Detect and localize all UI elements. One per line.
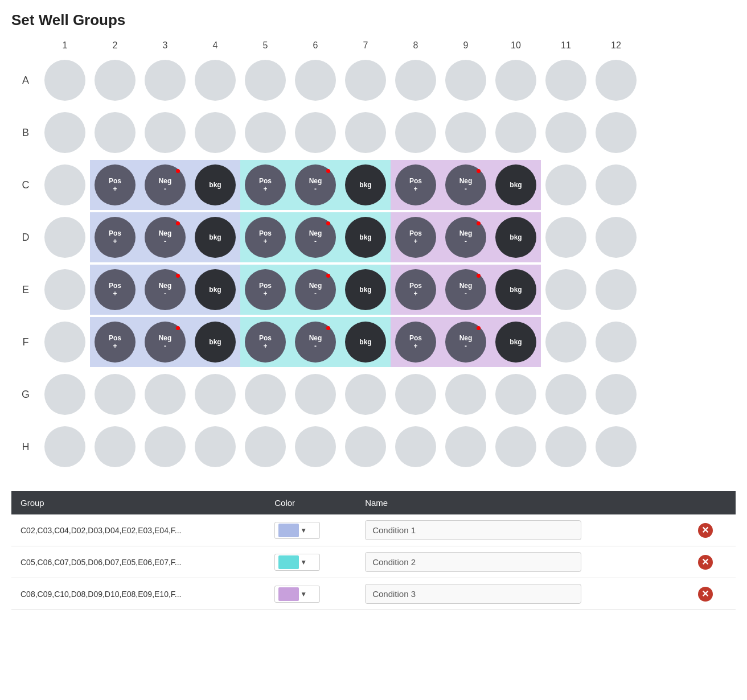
well-H07[interactable] [340,422,391,472]
well-D06[interactable]: Neg- [290,212,340,262]
well-E12[interactable] [591,265,641,315]
well-F05[interactable]: Pos+ [240,317,290,367]
well-H04[interactable] [190,422,240,472]
well-E11[interactable] [541,265,591,315]
well-E02[interactable]: Pos+ [90,265,140,315]
color-dropdown-3[interactable]: ▼ [274,586,320,603]
well-B04[interactable] [190,108,240,158]
well-A05[interactable] [240,55,290,105]
well-B08[interactable] [391,108,441,158]
well-E04[interactable]: bkg [190,265,240,315]
well-F12[interactable] [591,317,641,367]
well-F01[interactable] [40,317,90,367]
well-B06[interactable] [290,108,340,158]
well-G03[interactable] [140,369,190,419]
well-A04[interactable] [190,55,240,105]
well-F02[interactable]: Pos+ [90,317,140,367]
well-F04[interactable]: bkg [190,317,240,367]
well-C12[interactable] [591,160,641,210]
well-B01[interactable] [40,108,90,158]
well-A01[interactable] [40,55,90,105]
well-B10[interactable] [491,108,541,158]
well-A11[interactable] [541,55,591,105]
well-E07[interactable]: bkg [340,265,391,315]
well-D02[interactable]: Pos+ [90,212,140,262]
well-B03[interactable] [140,108,190,158]
well-G01[interactable] [40,369,90,419]
remove-button-1[interactable]: ✕ [698,523,713,538]
well-A12[interactable] [591,55,641,105]
well-G02[interactable] [90,369,140,419]
well-C10[interactable]: bkg [491,160,541,210]
well-C11[interactable] [541,160,591,210]
well-C03[interactable]: Neg- [140,160,190,210]
well-G05[interactable] [240,369,290,419]
well-A07[interactable] [340,55,391,105]
well-D11[interactable] [541,212,591,262]
well-G07[interactable] [340,369,391,419]
well-G04[interactable] [190,369,240,419]
well-D09[interactable]: Neg- [441,212,491,262]
name-input-2[interactable] [365,552,581,572]
well-E10[interactable]: bkg [491,265,541,315]
well-E09[interactable]: Neg- [441,265,491,315]
color-dropdown-1[interactable]: ▼ [274,522,320,539]
well-H09[interactable] [441,422,491,472]
well-C09[interactable]: Neg- [441,160,491,210]
well-C06[interactable]: Neg- [290,160,340,210]
well-C02[interactable]: Pos+ [90,160,140,210]
well-H03[interactable] [140,422,190,472]
well-B02[interactable] [90,108,140,158]
well-A02[interactable] [90,55,140,105]
well-H06[interactable] [290,422,340,472]
well-G06[interactable] [290,369,340,419]
well-H11[interactable] [541,422,591,472]
well-D03[interactable]: Neg- [140,212,190,262]
well-H12[interactable] [591,422,641,472]
well-F08[interactable]: Pos+ [391,317,441,367]
well-G11[interactable] [541,369,591,419]
remove-button-2[interactable]: ✕ [698,555,713,570]
remove-button-3[interactable]: ✕ [698,587,713,602]
well-C01[interactable] [40,160,90,210]
well-G10[interactable] [491,369,541,419]
well-F11[interactable] [541,317,591,367]
well-F03[interactable]: Neg- [140,317,190,367]
well-C08[interactable]: Pos+ [391,160,441,210]
well-G08[interactable] [391,369,441,419]
well-D10[interactable]: bkg [491,212,541,262]
well-H02[interactable] [90,422,140,472]
well-C07[interactable]: bkg [340,160,391,210]
name-input-3[interactable] [365,584,581,604]
well-E06[interactable]: Neg- [290,265,340,315]
well-D12[interactable] [591,212,641,262]
well-A03[interactable] [140,55,190,105]
well-A06[interactable] [290,55,340,105]
well-B09[interactable] [441,108,491,158]
well-G12[interactable] [591,369,641,419]
well-B05[interactable] [240,108,290,158]
well-A08[interactable] [391,55,441,105]
well-A10[interactable] [491,55,541,105]
well-F09[interactable]: Neg- [441,317,491,367]
well-F10[interactable]: bkg [491,317,541,367]
well-H05[interactable] [240,422,290,472]
well-B07[interactable] [340,108,391,158]
well-E03[interactable]: Neg- [140,265,190,315]
well-F07[interactable]: bkg [340,317,391,367]
well-A09[interactable] [441,55,491,105]
well-F06[interactable]: Neg- [290,317,340,367]
well-E08[interactable]: Pos+ [391,265,441,315]
well-D04[interactable]: bkg [190,212,240,262]
well-C04[interactable]: bkg [190,160,240,210]
color-dropdown-2[interactable]: ▼ [274,554,320,571]
name-input-1[interactable] [365,520,581,540]
well-H10[interactable] [491,422,541,472]
well-C05[interactable]: Pos+ [240,160,290,210]
well-H01[interactable] [40,422,90,472]
well-D05[interactable]: Pos+ [240,212,290,262]
well-B11[interactable] [541,108,591,158]
well-B12[interactable] [591,108,641,158]
well-G09[interactable] [441,369,491,419]
well-E05[interactable]: Pos+ [240,265,290,315]
